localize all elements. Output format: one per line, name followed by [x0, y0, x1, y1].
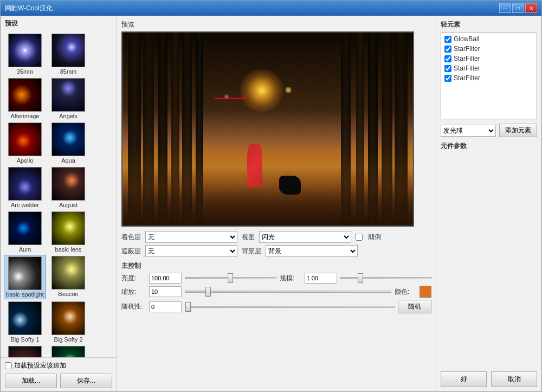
minimize-button[interactable]: — — [499, 3, 511, 13]
preset-thumb-85mm — [51, 34, 85, 67]
element-label-2: StarFilter — [454, 55, 480, 62]
zoom-slider[interactable] — [185, 291, 391, 293]
bottom-buttons: 加载... 保存... — [5, 374, 112, 388]
master-control-title: 主控制 — [121, 261, 431, 271]
preset-item-aqua[interactable]: Aqua — [47, 121, 89, 165]
element-label-0: GlowBall — [454, 35, 479, 43]
controls-row-1: 着色层 无 视图 闪光 颠倒 — [121, 231, 431, 243]
cancel-button[interactable]: 取消 — [491, 371, 537, 387]
element-label-4: StarFilter — [454, 74, 480, 82]
preset-label-bigsofty1: Big Softy 1 — [10, 336, 39, 343]
zoom-value[interactable] — [149, 286, 182, 297]
preset-item-bigsofty2[interactable]: Big Softy 2 — [47, 300, 89, 344]
element-item-4[interactable]: StarFilter — [442, 73, 535, 83]
red-line — [215, 98, 247, 99]
random-slider[interactable] — [185, 306, 395, 308]
preset-item-basiclens[interactable]: basic lens — [47, 210, 89, 254]
maximize-button[interactable]: □ — [512, 3, 524, 13]
preset-item-afterimage[interactable]: Afterimage — [4, 77, 46, 120]
element-checkbox-0[interactable] — [444, 36, 451, 43]
preset-item-bigsofty1[interactable]: Big Softy 1 — [4, 300, 46, 344]
preset-label-bigsofty2: Big Softy 2 — [54, 336, 82, 343]
color-layer-label: 着色层 — [121, 233, 141, 242]
load-button[interactable]: 加载... — [5, 374, 57, 388]
element-checkbox-4[interactable] — [444, 75, 451, 82]
preset-thumb-apollo — [8, 123, 42, 156]
invert-checkbox[interactable] — [356, 234, 363, 241]
invert-label: 颠倒 — [368, 233, 381, 242]
preset-thumb-extra1 — [8, 346, 42, 357]
main-window: 网酷W-Cool汉化 — □ ✕ 预设 35mm85mmAfterimageAn… — [0, 0, 542, 392]
ok-button[interactable]: 好 — [441, 371, 487, 387]
element-checkbox-2[interactable] — [444, 55, 451, 62]
color-layer-select[interactable]: 无 — [145, 231, 237, 243]
preset-thumb-angels — [51, 78, 85, 112]
element-item-3[interactable]: StarFilter — [442, 63, 535, 73]
preset-item-angels[interactable]: Angels — [47, 77, 89, 120]
main-content: 预设 35mm85mmAfterimageAngelsApolloAquaArc… — [1, 16, 541, 391]
preset-item-extra1[interactable]: ... — [4, 345, 46, 357]
center-panel: 预览 — [117, 16, 436, 391]
load-preset-checkbox[interactable] — [5, 362, 12, 369]
element-item-0[interactable]: GlowBall — [442, 34, 535, 44]
preset-item-aum[interactable]: Aum — [4, 210, 46, 254]
preset-thumb-august — [51, 167, 85, 201]
preview-label: 预览 — [121, 20, 431, 29]
element-checkbox-1[interactable] — [444, 46, 451, 53]
add-element-button[interactable]: 添加元素 — [499, 124, 537, 137]
scale-value[interactable] — [305, 273, 337, 284]
bg-layer-select[interactable]: 背景 — [266, 245, 358, 257]
load-preset-row: 加载预设应该追加 — [5, 361, 112, 370]
params-title: 元件参数 — [441, 142, 537, 151]
preset-item-85mm[interactable]: 85mm — [47, 33, 89, 76]
preset-thumb-aum — [8, 211, 42, 245]
elements-list: GlowBallStarFilterStarFilterStarFilterSt… — [441, 33, 537, 119]
preset-item-arcwelder[interactable]: Arc welder — [4, 166, 46, 209]
preset-label-aum: Aum — [19, 246, 31, 253]
preset-label-august: August — [59, 202, 78, 208]
mask-layer-select[interactable]: 无 — [145, 245, 237, 257]
color-swatch[interactable] — [420, 286, 431, 298]
preset-grid-container: 35mm85mmAfterimageAngelsApolloAquaArc we… — [1, 30, 117, 357]
color-label: 颜色: — [395, 287, 416, 297]
brightness-slider[interactable] — [185, 277, 276, 279]
view-select[interactable]: 闪光 — [259, 231, 351, 243]
sun-glow — [240, 69, 283, 112]
scale-slider[interactable] — [340, 277, 432, 279]
save-button[interactable]: 保存... — [60, 374, 112, 388]
random-button[interactable]: 随机 — [398, 300, 431, 313]
preset-item-beacon[interactable]: Beacon — [47, 255, 89, 299]
preset-thumb-arcwelder — [8, 167, 42, 201]
preset-thumb-beacon — [51, 256, 85, 290]
brightness-value[interactable] — [149, 273, 182, 284]
add-element-row: 发光球 添加元素 — [441, 124, 537, 137]
element-item-2[interactable]: StarFilter — [442, 54, 535, 63]
preset-item-august[interactable]: August — [47, 166, 89, 209]
close-button[interactable]: ✕ — [525, 3, 537, 13]
dog-silhouette — [279, 176, 301, 195]
element-item-1[interactable]: StarFilter — [442, 44, 535, 54]
right-spacer — [441, 153, 537, 367]
preset-label-afterimage: Afterimage — [10, 113, 39, 119]
bg-layer-label: 背景层 — [242, 247, 261, 256]
element-type-select[interactable]: 发光球 — [441, 125, 496, 137]
titlebar-buttons: — □ ✕ — [499, 3, 537, 13]
preset-item-extra2[interactable]: ... — [47, 345, 89, 357]
lens-flare-2 — [224, 94, 229, 99]
brightness-label: 亮度: — [121, 274, 146, 283]
ground — [122, 149, 413, 226]
preset-label-35mm: 35mm — [17, 68, 34, 75]
preset-label-85mm: 85mm — [60, 68, 77, 75]
preset-thumb-basiclens — [51, 211, 85, 245]
preset-item-35mm[interactable]: 35mm — [4, 33, 46, 76]
random-value[interactable] — [149, 301, 182, 312]
preset-label-aqua: Aqua — [61, 157, 75, 164]
element-checkbox-3[interactable] — [444, 65, 451, 72]
preset-item-basicspotlight[interactable]: basic spotlight — [4, 255, 46, 299]
preset-label-angels: Angels — [59, 113, 78, 119]
controls-row-2: 遮蔽层 无 背景层 背景 — [121, 245, 431, 257]
preset-item-apollo[interactable]: Apollo — [4, 121, 46, 165]
left-bottom: 加载预设应该追加 加载... 保存... — [1, 357, 117, 391]
element-label-3: StarFilter — [454, 65, 480, 72]
preset-grid: 35mm85mmAfterimageAngelsApolloAquaArc we… — [1, 30, 117, 357]
